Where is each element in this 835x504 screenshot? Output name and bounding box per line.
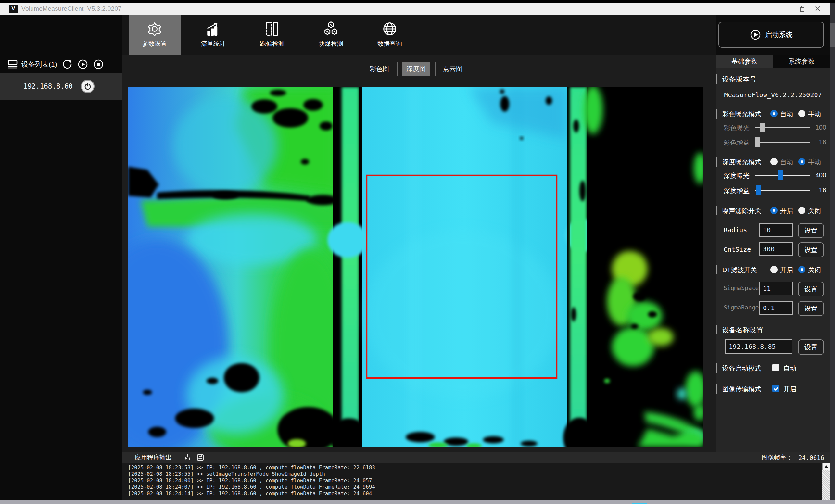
slider-handle[interactable] [755,137,760,147]
noise-filter-off-radio[interactable] [798,207,806,214]
power-icon [84,83,91,90]
nav-flow-statistics[interactable]: 流量统计 [187,15,239,55]
start-mode-option-label: 自动 [783,364,796,373]
minimize-button[interactable] [780,3,795,15]
depth-gain-value: 16 [807,186,826,194]
device-version-header: 设备版本号 [722,75,756,84]
noise-filter-on-radio[interactable] [770,207,777,214]
cntsize-set-button[interactable]: 设置 [798,242,824,257]
depth-exposure-label: 深度曝光 [724,172,750,180]
start-system-button[interactable]: 启动系统 [718,22,824,48]
color-exposure-auto-radio[interactable] [770,110,777,117]
transfer-mode-label: 图像传输模式 [722,385,761,394]
radius-set-button[interactable]: 设置 [798,223,824,238]
close-icon [815,6,820,12]
color-gain-slider[interactable] [755,142,810,143]
device-power-button[interactable] [81,80,95,93]
close-button[interactable] [810,3,825,15]
window-titlebar: V VolumeMeasureClient_V5.3.2.0207 [0,3,835,15]
noise-filter-on-label: 开启 [780,206,793,215]
deviation-icon [264,19,281,39]
color-exposure-auto-label: 自动 [780,110,793,119]
save-log-button[interactable] [197,453,204,461]
sigmarange-input[interactable] [759,301,793,315]
start-mode-label: 设备启动模式 [722,364,761,373]
depth-exposure-auto-label: 自动 [780,158,793,167]
restore-icon [800,6,806,12]
restore-button[interactable] [795,3,810,15]
dt-filter-on-label: 开启 [780,266,793,275]
nav-param-settings[interactable]: 参数设置 [129,15,181,55]
arrow-up-icon [824,465,828,468]
depth-gain-slider[interactable] [755,190,810,191]
radius-input[interactable] [759,223,793,237]
window-scrollbar-thumb[interactable] [831,23,835,47]
device-name-set-button[interactable]: 设置 [798,339,824,355]
nav-data-query[interactable]: 数据查询 [364,15,416,55]
dt-filter-on-radio[interactable] [770,266,777,273]
tab-system-params[interactable]: 系统参数 [773,55,830,68]
window-scrollbar-track[interactable] [830,3,835,500]
color-exposure-manual-label: 手动 [808,110,821,119]
transfer-mode-checkbox[interactable] [772,385,779,392]
color-exposure-mode-label: 彩色曝光模式 [722,110,761,119]
section-accent [716,265,717,275]
log-line: [2025-02-08 18:24:07] >> IP: 192.168.8.6… [128,484,830,490]
start-mode-checkbox[interactable] [772,364,779,371]
globe-icon [381,19,398,39]
slider-handle[interactable] [760,123,765,133]
stop-all-button[interactable] [93,59,104,70]
depth-image-view[interactable] [128,87,703,447]
log-scrollbar-up-button[interactable] [822,463,830,470]
slider-handle[interactable] [777,170,783,180]
color-exposure-manual-radio[interactable] [798,110,806,117]
taskbar-active-indicator [632,503,647,504]
depth-exposure-manual-radio[interactable] [798,158,806,165]
tab-color-image[interactable]: 彩色图 [366,62,392,76]
nav-coal-detect[interactable]: 块煤检测 [305,15,357,55]
log-header-band: 应用程序输出 图像帧率： 24.0616 [122,452,830,463]
device-list-item[interactable]: 192.168.8.60 [0,73,122,100]
depth-exposure-slider[interactable] [755,175,810,176]
sigmarange-set-button[interactable]: 设置 [798,301,824,316]
tab-pointcloud-image[interactable]: 点云图 [440,62,466,76]
section-accent [716,363,717,373]
sigmaspace-set-button[interactable]: 设置 [798,282,824,297]
start-all-button[interactable] [77,59,88,70]
gear-icon [146,19,163,39]
clear-log-button[interactable] [183,453,191,461]
color-exposure-slider[interactable] [755,127,810,128]
noise-filter-off-label: 关闭 [808,206,821,215]
depth-exposure-auto-radio[interactable] [770,158,777,165]
log-title: 应用程序输出 [135,453,172,462]
tab-depth-image[interactable]: 深度图 [402,62,430,76]
dt-filter-label: DT滤波开关 [722,266,757,275]
log-divider [178,453,178,461]
log-output[interactable]: [2025-02-08 18:23:53] >> IP: 192.168.8.6… [122,463,830,500]
floppy-icon [197,453,204,461]
nav-label: 流量统计 [201,40,226,48]
nav-label: 数据查询 [378,40,402,48]
refresh-devices-button[interactable] [62,59,73,70]
device-list-header: 设备列表(1) [0,58,122,71]
cntsize-input[interactable] [759,242,793,256]
color-exposure-value: 100 [807,124,826,131]
slider-handle[interactable] [756,185,761,195]
window-title: VolumeMeasureClient_V5.3.2.0207 [21,5,121,12]
color-exposure-label: 彩色曝光 [724,124,750,133]
sigmaspace-input[interactable] [759,282,793,295]
tab-basic-params[interactable]: 基础参数 [716,55,773,68]
log-line: [2025-02-08 18:23:55] >> setImageTransfe… [128,471,830,477]
dt-filter-off-radio[interactable] [798,266,806,273]
frame-rate-label: 图像帧率： [761,453,792,462]
device-version-value: MeasureFlow_V6.2.2.250207 [716,91,830,99]
color-gain-label: 彩色增益 [724,138,750,147]
log-line: [2025-02-08 18:23:53] >> IP: 192.168.8.6… [128,464,830,471]
top-strip [0,0,835,3]
app-window: V VolumeMeasureClient_V5.3.2.0207 [0,0,835,504]
nav-deviation-detect[interactable]: 跑偏检测 [246,15,298,55]
device-name-input[interactable] [725,339,792,354]
depth-colormap [128,87,703,447]
depth-gain-label: 深度增益 [724,186,750,195]
device-list-title: 设备列表(1) [21,60,57,69]
